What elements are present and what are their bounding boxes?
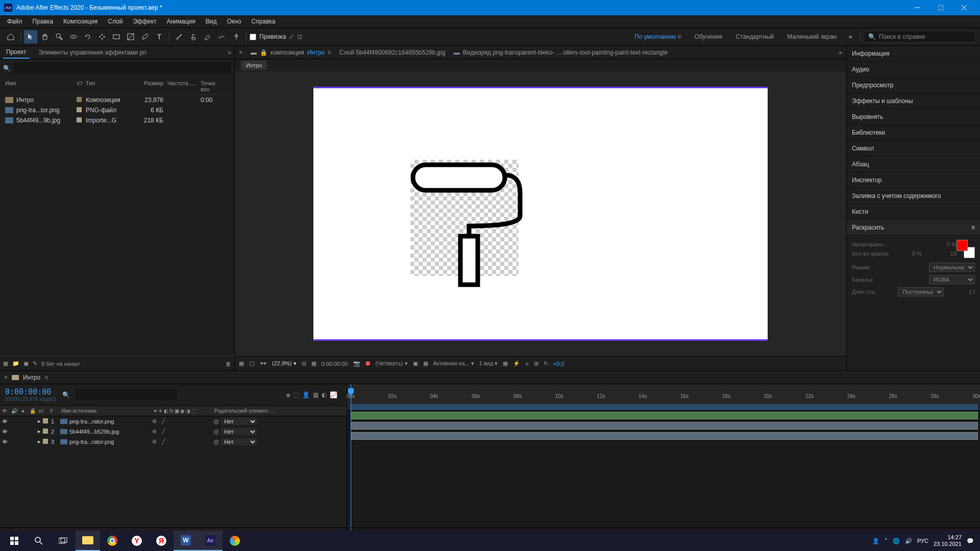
timeline-tracks[interactable]: 00s02s04s06s08s10s12s14s16s18s20s22s24s2… — [347, 384, 980, 538]
foreground-color-swatch[interactable] — [957, 240, 968, 251]
pan-behind-tool[interactable] — [95, 30, 109, 43]
project-item[interactable]: Интро Композиция 23,976 0:00 — [3, 95, 231, 105]
solo-col-icon[interactable]: ● — [18, 408, 28, 414]
magnification-icon[interactable]: ▦ — [239, 360, 244, 367]
viewer-tab-footage[interactable]: ▬ Видеоряд png-transparent-bleko- ... ol… — [454, 49, 668, 56]
taskbar-browser[interactable]: Я — [149, 531, 174, 551]
timeline-layer-row[interactable]: 👁 ▸ 3 png-tra...rator.png ⊕╱ @Нет — [0, 437, 347, 447]
time-ruler[interactable]: 00s02s04s06s08s10s12s14s16s18s20s22s24s2… — [347, 384, 980, 411]
grid-icon[interactable]: ▦ — [423, 360, 428, 367]
clone-stamp-tool[interactable] — [187, 30, 200, 43]
tray-language[interactable]: РУС — [917, 538, 928, 544]
panel-content-aware-fill[interactable]: Заливка с учетом содержимого — [847, 188, 980, 204]
eraser-tool[interactable] — [201, 30, 214, 43]
workspace-standard[interactable]: Стандартный — [729, 31, 780, 42]
search-button[interactable] — [27, 531, 51, 551]
rectangle-tool[interactable] — [110, 30, 123, 43]
project-tab[interactable]: Проект — [3, 46, 30, 59]
hand-tool[interactable] — [38, 30, 52, 43]
paint-channels-select[interactable]: RGBA — [929, 275, 975, 284]
project-item[interactable]: png-tra...tor.png PNG-файл 6 КБ — [3, 105, 231, 115]
visibility-toggle[interactable]: 👁 — [0, 439, 8, 445]
tray-network-icon[interactable]: 🌐 — [893, 538, 900, 544]
panel-paragraph[interactable]: Абзац — [847, 157, 980, 172]
no-tool[interactable] — [124, 30, 137, 43]
eye-col-icon[interactable]: 👁 — [0, 408, 9, 414]
transparency-grid-icon[interactable]: ▦ — [311, 360, 316, 367]
col-num[interactable]: # — [48, 408, 59, 414]
panel-info[interactable]: Информация — [847, 46, 980, 62]
menu-effect[interactable]: Эффект — [128, 16, 161, 27]
snap-options-icon[interactable]: ⤢ — [289, 33, 294, 40]
flowchart-icon[interactable]: ⊞ — [534, 360, 538, 367]
pickwhip-icon[interactable]: @ — [213, 418, 219, 424]
visibility-toggle[interactable]: 👁 — [0, 418, 8, 424]
mask-icon[interactable]: 👓 — [260, 360, 267, 367]
taskbar-chrome[interactable] — [100, 531, 125, 551]
zoom-dropdown[interactable]: (22,9%) ▾ — [272, 360, 297, 367]
parent-select[interactable]: Нет — [221, 418, 257, 425]
new-comp-icon[interactable]: ▣ — [23, 360, 29, 367]
timeline-search-input[interactable] — [75, 389, 177, 400]
project-item[interactable]: 5b44f49...9b.jpg Importe...G 218 КБ — [3, 115, 231, 126]
tab-close-icon[interactable]: × — [239, 49, 242, 56]
col-in[interactable]: Точка вхо — [199, 80, 224, 92]
snap-checkbox[interactable] — [250, 34, 256, 40]
panel-preview[interactable]: Предпросмотр — [847, 78, 980, 93]
viewer-tab-comp[interactable]: ▬ 🔒 композиция Интро ≡ — [251, 49, 331, 56]
tray-people-icon[interactable]: 👤 — [872, 538, 879, 544]
pickwhip-icon[interactable]: @ — [213, 429, 219, 435]
snapshot-icon[interactable]: 📷 — [353, 360, 360, 367]
pickwhip-icon[interactable]: @ — [213, 439, 219, 445]
start-button[interactable] — [2, 531, 27, 551]
workspace-small[interactable]: Маленький экран — [781, 31, 843, 42]
comp-mini-flowchart-icon[interactable]: ◈ — [286, 391, 290, 398]
menu-layer[interactable]: Слой — [103, 16, 128, 27]
timeline-layer-row[interactable]: 👁 ▸ 2 5b44f49...b529b.jpg ⊕╱ @Нет — [0, 427, 347, 437]
timeline-menu-icon[interactable]: ≡ — [44, 374, 48, 381]
col-parent[interactable]: Родительский элемент ... — [212, 408, 347, 414]
tray-clock[interactable]: 14:27 23.10.2021 — [934, 534, 962, 547]
motion-blur-icon[interactable]: ◐ — [322, 391, 327, 398]
show-channel-icon[interactable]: ⬢ — [365, 360, 371, 367]
menu-view[interactable]: Вид — [201, 16, 222, 27]
viewer-overflow-icon[interactable]: » — [839, 49, 842, 56]
maximize-button[interactable] — [929, 0, 952, 15]
work-area-bar[interactable] — [351, 404, 978, 410]
delete-icon[interactable]: 🗑 — [226, 361, 231, 367]
project-search-input[interactable] — [14, 62, 231, 74]
reset-exposure-icon[interactable]: ↻ — [544, 360, 548, 367]
timeline-comp-name[interactable]: Интро — [23, 374, 40, 381]
col-type[interactable]: Тип — [84, 80, 135, 92]
view-dropdown[interactable]: 1 вид ▾ — [479, 360, 498, 367]
brush-tool[interactable] — [173, 30, 186, 43]
effect-controls-tab[interactable]: Элементы управления эффектами pn — [36, 47, 150, 58]
zoom-tool[interactable] — [53, 30, 66, 43]
menu-help[interactable]: Справка — [246, 16, 280, 27]
label-col-icon[interactable]: 🏷 — [37, 408, 48, 414]
roi-icon[interactable]: ▣ — [413, 360, 418, 367]
frame-blend-icon[interactable]: ▦ — [313, 391, 318, 398]
exposure-value[interactable]: +0,0 — [553, 361, 565, 367]
composition-canvas[interactable] — [313, 87, 768, 341]
layer-bar[interactable] — [351, 422, 978, 430]
audio-col-icon[interactable]: 🔊 — [9, 408, 18, 414]
timeline-layer-row[interactable]: 👁 ▸ 1 png-tra...rator.png ⊕╱ @Нет — [0, 416, 347, 427]
timeline-close-icon[interactable]: × — [4, 374, 8, 381]
orbit-tool[interactable] — [67, 30, 80, 43]
home-tool[interactable] — [4, 30, 17, 43]
parent-select[interactable]: Нет — [221, 428, 257, 435]
panel-tracker[interactable]: Инспектор — [847, 172, 980, 188]
timeline-icon[interactable]: ≡ — [525, 361, 528, 367]
workspace-default[interactable]: По умолчанию ≡ — [628, 31, 688, 42]
minimize-button[interactable] — [905, 0, 929, 15]
panel-effects[interactable]: Эффекты и шаблоны — [847, 93, 980, 109]
selection-tool[interactable] — [24, 30, 37, 43]
menu-composition[interactable]: Композиция — [58, 16, 103, 27]
new-folder-icon[interactable]: 📁 — [12, 360, 19, 367]
graph-editor-icon[interactable]: 📈 — [330, 391, 337, 398]
resolution-icon[interactable]: ⊟ — [302, 360, 306, 367]
panel-align[interactable]: Выровнять — [847, 109, 980, 125]
workspace-overflow-icon[interactable]: » — [844, 30, 857, 43]
parent-select[interactable]: Нет — [221, 438, 257, 445]
